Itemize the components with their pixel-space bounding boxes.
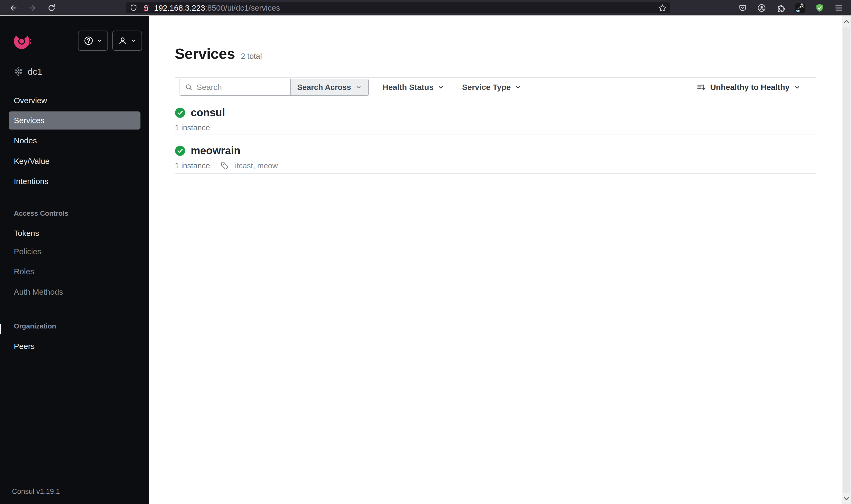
tracking-protection-shield-icon[interactable] [130, 4, 138, 12]
puzzle-piece-icon [777, 4, 785, 12]
section-header-label: Organization [14, 322, 56, 330]
sidebar-item-roles[interactable]: Roles [9, 263, 141, 281]
sidebar-item-policies[interactable]: Policies [9, 242, 141, 260]
search-input-wrap [180, 79, 290, 95]
reload-icon [47, 4, 56, 12]
reload-button[interactable] [46, 2, 57, 14]
translate-extension-button[interactable]: 英en [794, 2, 806, 14]
search-group: Search Across [180, 79, 369, 96]
main-content: Services 2 total Search Across Health St… [149, 16, 842, 504]
left-edge-highlight [0, 324, 1, 334]
search-across-label: Search Across [297, 83, 351, 92]
page-title: Services [175, 45, 235, 62]
scrollbar-thumb[interactable] [843, 28, 850, 493]
scroll-down-arrow-icon[interactable] [843, 496, 850, 502]
sidebar-item-label: Intentions [14, 177, 49, 186]
page-title-row: Services 2 total [175, 45, 262, 62]
star-icon [658, 4, 667, 12]
consul-logo-icon [13, 31, 33, 52]
user-menu-button[interactable] [112, 31, 142, 51]
account-button[interactable] [756, 2, 767, 14]
sidebar-item-label: Nodes [14, 136, 37, 145]
datacenter-label: dc1 [28, 67, 42, 77]
section-header-access-controls: Access Controls [14, 208, 68, 219]
search-input[interactable] [197, 83, 284, 92]
adguard-extension-button[interactable] [814, 2, 826, 14]
sidebar-item-label: Policies [14, 247, 41, 256]
menu-button[interactable] [833, 2, 845, 14]
chevron-down-icon [131, 38, 137, 43]
chevron-down-icon [794, 84, 801, 91]
help-menu-button[interactable] [78, 31, 108, 51]
sidebar-item-label: Peers [14, 342, 35, 351]
sidebar-item-label: Tokens [14, 229, 39, 238]
back-button[interactable] [7, 2, 19, 14]
sort-label: Unhealthy to Healthy [710, 83, 790, 92]
pocket-icon [739, 4, 747, 12]
sidebar-item-services[interactable]: Services [9, 111, 141, 129]
consul-logo[interactable] [13, 31, 33, 52]
service-row[interactable]: consul 1 instance [175, 96, 816, 135]
service-type-dropdown[interactable]: Service Type [462, 79, 521, 96]
health-status-dropdown[interactable]: Health Status [382, 79, 444, 96]
scroll-up-arrow-icon[interactable] [843, 18, 850, 25]
sort-icon [696, 83, 706, 92]
account-icon [757, 3, 766, 13]
pocket-button[interactable] [737, 2, 748, 14]
section-header-organization: Organization [14, 321, 56, 331]
health-status-label: Health Status [382, 83, 434, 92]
chevron-down-icon [96, 38, 103, 43]
forward-arrow-icon [28, 4, 37, 12]
insecure-lock-icon[interactable] [142, 4, 150, 12]
back-arrow-icon [9, 4, 18, 12]
total-count: 2 total [241, 52, 262, 61]
health-passing-icon [175, 107, 185, 118]
section-header-label: Access Controls [14, 209, 68, 218]
chevron-down-icon [356, 84, 362, 90]
consul-version-label: Consul v1.19.1 [12, 487, 60, 496]
url-host: 192.168.3.223 [154, 3, 205, 12]
sidebar: dc1 Overview Services Nodes Key/Value In… [0, 16, 149, 504]
adguard-shield-icon [815, 3, 824, 13]
sidebar-item-keyvalue[interactable]: Key/Value [9, 152, 141, 170]
sidebar-item-intentions[interactable]: Intentions [9, 172, 141, 191]
sidebar-item-overview[interactable]: Overview [9, 91, 141, 110]
service-row[interactable]: meowrain 1 instance itcast, meow [175, 135, 816, 174]
service-tags: itcast, meow [235, 161, 278, 170]
sidebar-item-label: Services [14, 116, 44, 125]
sidebar-item-label: Overview [14, 96, 47, 105]
sort-dropdown[interactable]: Unhealthy to Healthy [696, 79, 801, 96]
search-across-dropdown[interactable]: Search Across [290, 79, 368, 95]
sidebar-item-label: Roles [14, 267, 34, 276]
browser-toolbar: 192.168.3.223:8500/ui/dc1/services 英en [0, 0, 851, 15]
user-icon [118, 36, 127, 46]
translate-icon: 英en [795, 3, 805, 13]
service-type-label: Service Type [462, 83, 511, 92]
forward-button[interactable] [26, 2, 38, 14]
bookmark-button[interactable] [658, 4, 667, 12]
chevron-down-icon [437, 84, 444, 91]
help-icon [84, 36, 93, 46]
sidebar-item-label: Key/Value [14, 157, 50, 166]
datacenter-icon [14, 67, 23, 76]
url-bar[interactable]: 192.168.3.223:8500/ui/dc1/services [126, 2, 670, 13]
health-passing-icon [175, 145, 185, 156]
url-path: :8500/ui/dc1/services [205, 3, 280, 12]
sidebar-item-peers[interactable]: Peers [9, 337, 141, 355]
sidebar-item-label: Auth Methods [14, 288, 63, 296]
service-name-link[interactable]: meowrain [191, 145, 240, 157]
service-name-link[interactable]: consul [191, 107, 225, 119]
sidebar-item-auth-methods[interactable]: Auth Methods [9, 283, 141, 301]
hamburger-icon [834, 4, 843, 12]
datacenter-selector[interactable]: dc1 [14, 65, 42, 78]
sidebar-item-nodes[interactable]: Nodes [9, 132, 141, 150]
chevron-down-icon [514, 84, 521, 91]
tag-icon [220, 162, 229, 170]
instance-count: 1 instance [175, 123, 210, 132]
page-scrollbar[interactable] [842, 16, 851, 504]
url-text: 192.168.3.223:8500/ui/dc1/services [154, 3, 280, 13]
instance-count: 1 instance [175, 161, 210, 170]
extensions-button[interactable] [775, 2, 787, 14]
search-icon [185, 83, 193, 91]
sidebar-item-tokens[interactable]: Tokens [9, 224, 141, 242]
